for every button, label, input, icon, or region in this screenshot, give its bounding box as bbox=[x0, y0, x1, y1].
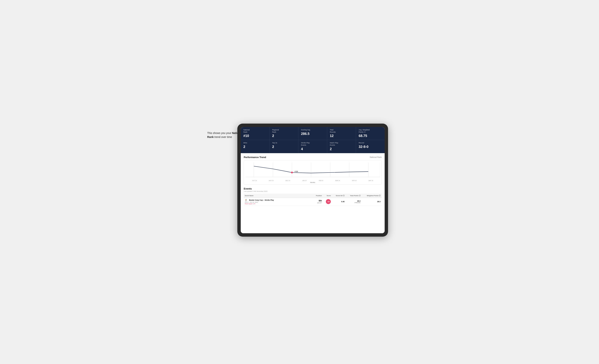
stat-top3s-label: Top 3s bbox=[272, 142, 296, 144]
x-label-jan24: JAN 24 bbox=[296, 180, 313, 181]
events-updated: Last updated: 24th November 2023 bbox=[244, 190, 382, 192]
stat-avg-weighted-label: Avg. WeightedPoints ⓘ bbox=[359, 129, 382, 133]
stat-scoring-avg: Scoring Avg. 286.5 bbox=[298, 127, 327, 140]
stat-national-rank-value: #10 bbox=[243, 134, 267, 138]
col-event-name: Event Name bbox=[244, 194, 313, 198]
stat-match-play-label: Match PlayEvents bbox=[330, 142, 353, 146]
stat-record: Record 32-8-0 bbox=[356, 140, 385, 153]
table-row: 🏌 Buster Cozy Cup – Stroke Play Oct 9 – … bbox=[244, 198, 382, 205]
stat-top3s-value: 2 bbox=[272, 145, 296, 149]
stat-national-rank-label: NationalRank bbox=[243, 129, 267, 133]
stat-match-play-value: 2 bbox=[330, 147, 353, 151]
x-label-nov23: NOV 23 bbox=[263, 180, 279, 181]
stat-wins: Wins 2 bbox=[241, 140, 270, 153]
x-label-feb24: FEB 24 bbox=[313, 180, 329, 181]
stat-avg-weighted: Avg. WeightedPoints ⓘ 68.75 bbox=[356, 127, 385, 140]
event-weighted-points: 28.3 bbox=[362, 198, 382, 205]
events-title: Events bbox=[244, 187, 382, 190]
chart-svg: • #10 bbox=[246, 162, 380, 179]
events-table: Event Name Position Score Event SG ⓘ Tot… bbox=[244, 194, 382, 206]
stat-regional-rank-value: 2 bbox=[272, 134, 296, 138]
stats-header-row2: Wins 2 Top 3s 2 Stroke PlayEvents 4 Matc… bbox=[241, 140, 385, 153]
stat-regional-rank: RegionalRank 2 bbox=[270, 127, 298, 140]
event-date: Oct 9 – Oct 10, 2023 bbox=[245, 201, 312, 203]
score-badge: -22 bbox=[326, 199, 331, 204]
x-label-mar24: MAR 24 bbox=[329, 180, 346, 181]
col-event-sg: Event SG ⓘ bbox=[332, 194, 346, 198]
perf-trend-header: Performance Trend National Rank bbox=[244, 156, 382, 159]
event-total-points: 28.3 3 Rounds bbox=[346, 198, 362, 205]
total-rounds: 3 Rounds bbox=[347, 202, 361, 203]
event-sg: 0.45 bbox=[332, 198, 346, 205]
col-total-points: Total Points ⓘ bbox=[346, 194, 362, 198]
stat-wins-value: 2 bbox=[243, 145, 267, 149]
stat-stroke-play: Stroke PlayEvents 4 bbox=[298, 140, 327, 153]
stat-wins-label: Wins bbox=[243, 142, 267, 144]
annotation-before: This shows you your bbox=[207, 132, 232, 134]
stat-regional-rank-label: RegionalRank bbox=[272, 129, 296, 133]
col-position: Position bbox=[313, 194, 323, 198]
x-label-oct23: OCT 23 bbox=[246, 180, 263, 181]
rank-impact: Rank Impact: 3 ▼ bbox=[245, 203, 312, 204]
x-label-may24: MAY 24 bbox=[363, 180, 379, 181]
chart-x-title: Months bbox=[246, 182, 380, 183]
stat-stroke-play-label: Stroke PlayEvents bbox=[301, 142, 324, 146]
annotation-after: trend over time bbox=[214, 135, 232, 139]
event-name-cell: 🏌 Buster Cozy Cup – Stroke Play Oct 9 – … bbox=[244, 198, 313, 205]
chart-inner: • #10 bbox=[246, 162, 380, 179]
stat-national-rank: NationalRank #10 bbox=[241, 127, 270, 140]
stat-record-label: Record bbox=[359, 142, 382, 144]
tablet-screen: NationalRank #10 RegionalRank 2 Scoring … bbox=[241, 127, 385, 233]
performance-chart: • #10 OCT 23 NOV 23 DEC 23 JAN 24 FEB 24… bbox=[244, 160, 382, 185]
tablet-frame: NationalRank #10 RegionalRank 2 Scoring … bbox=[237, 124, 388, 237]
col-score: Score bbox=[323, 194, 332, 198]
stat-total-rounds-label: TotalRounds bbox=[330, 129, 353, 133]
event-name-main: Buster Cozy Cup – Stroke Play bbox=[249, 199, 274, 201]
perf-trend-title: Performance Trend bbox=[244, 156, 266, 159]
stat-top3s: Top 3s 2 bbox=[270, 140, 298, 153]
stat-record-value: 32-8-0 bbox=[359, 145, 382, 149]
position-value: 6th bbox=[314, 200, 322, 202]
stat-scoring-avg-label: Scoring Avg. bbox=[301, 129, 324, 131]
content-area: Performance Trend National Rank bbox=[241, 153, 385, 233]
data-point bbox=[291, 172, 293, 174]
stat-stroke-play-value: 4 bbox=[301, 147, 324, 151]
stat-scoring-avg-value: 286.5 bbox=[301, 132, 324, 136]
events-table-header: Event Name Position Score Event SG ⓘ Tot… bbox=[244, 194, 382, 198]
event-position: 6th out of 7 bbox=[313, 198, 323, 205]
col-weighted-points: Weighted Points ⓘ bbox=[362, 194, 382, 198]
chart-x-labels: OCT 23 NOV 23 DEC 23 JAN 24 FEB 24 MAR 2… bbox=[246, 180, 380, 181]
stats-header-row1: NationalRank #10 RegionalRank 2 Scoring … bbox=[241, 127, 385, 140]
x-label-apr24: APR 24 bbox=[346, 180, 363, 181]
stat-total-rounds: TotalRounds 12 bbox=[327, 127, 356, 140]
position-sub: out of 7 bbox=[317, 202, 322, 204]
perf-trend-right-label: National Rank bbox=[370, 156, 382, 158]
events-section: Events Last updated: 24th November 2023 … bbox=[244, 187, 382, 206]
event-golf-icon: 🏌 bbox=[245, 199, 247, 201]
x-label-dec23: DEC 23 bbox=[280, 180, 296, 181]
data-point-label: • #10 bbox=[294, 170, 298, 172]
stat-match-play: Match PlayEvents 2 bbox=[327, 140, 356, 153]
stat-total-rounds-value: 12 bbox=[330, 134, 353, 138]
event-score: -22 bbox=[323, 198, 332, 205]
stat-avg-weighted-value: 68.75 bbox=[359, 134, 382, 138]
